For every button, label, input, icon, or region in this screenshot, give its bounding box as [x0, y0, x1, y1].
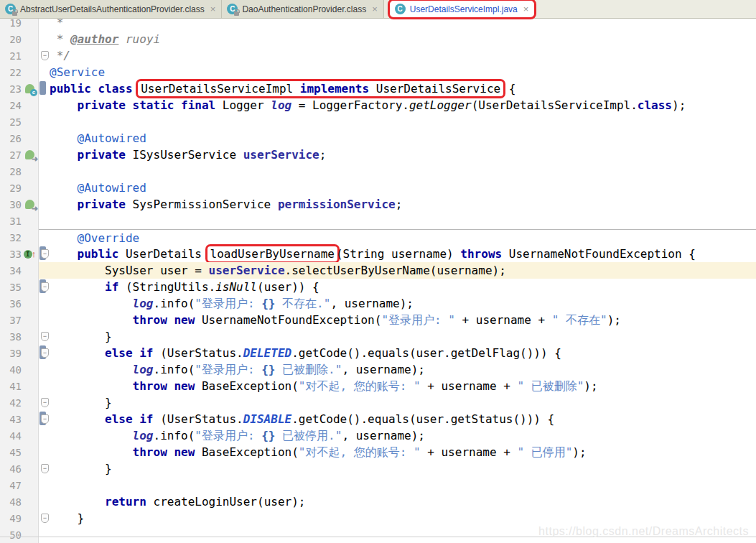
- code-text[interactable]: throw new BaseException("对不起, 您的账号: " + …: [50, 378, 756, 394]
- spring-autowired-icon[interactable]: ➜: [25, 200, 34, 209]
- gutter: 47: [0, 477, 39, 493]
- fold-marker-icon[interactable]: −: [41, 414, 49, 424]
- code-line-32[interactable]: 32 @Override: [0, 229, 756, 246]
- fold-marker-icon[interactable]: −: [41, 464, 49, 473]
- code-line-42[interactable]: 42− }: [0, 394, 756, 411]
- code-text[interactable]: }: [50, 510, 756, 526]
- code-line-44[interactable]: 44 log.info("登录用户: {} 已被停用.", username);: [0, 427, 756, 444]
- code-line-39[interactable]: 39− else if (UserStatus.DELETED.getCode(…: [0, 345, 756, 361]
- code-line-46[interactable]: 46− }: [0, 460, 756, 477]
- code-text[interactable]: @Service: [50, 64, 756, 80]
- code-line-21[interactable]: 21− */: [0, 47, 756, 64]
- tab-userdetailsserviceimpl-java[interactable]: CUserDetailsServiceImpl.java×: [390, 1, 535, 17]
- override-method-icon[interactable]: I↑: [24, 250, 37, 259]
- code-line-49[interactable]: 49− }: [0, 510, 756, 526]
- code-text[interactable]: public class UserDetailsServiceImpl impl…: [50, 80, 756, 97]
- gutter: 38: [0, 328, 39, 345]
- gutter: 24: [0, 97, 39, 113]
- code-line-47[interactable]: 47: [0, 477, 756, 493]
- fold-marker-icon[interactable]: −: [41, 398, 49, 407]
- code-line-36[interactable]: 36 log.info("登录用户: {} 不存在.", username);: [0, 295, 756, 312]
- code-line-25[interactable]: 25: [0, 113, 756, 130]
- code-text[interactable]: private SysPermissionService permissionS…: [50, 196, 756, 213]
- line-number: 44: [0, 430, 22, 442]
- code-text[interactable]: throw new BaseException("对不起, 您的账号: " + …: [50, 444, 756, 460]
- code-text[interactable]: [50, 163, 756, 180]
- spring-autowired-icon[interactable]: ➜: [25, 150, 34, 159]
- line-number: 33: [0, 249, 22, 260]
- fold-marker-icon[interactable]: −: [41, 514, 49, 523]
- code-line-33[interactable]: 33I↑− public UserDetails loadUserByUsern…: [0, 246, 756, 262]
- line-number: 28: [0, 166, 22, 177]
- code-line-48[interactable]: 48 return createLoginUser(user);: [0, 493, 756, 510]
- code-text[interactable]: throw new UsernameNotFoundException("登录用…: [50, 312, 756, 328]
- code-line-23[interactable]: 23cpublic class UserDetailsServiceImpl i…: [0, 80, 756, 97]
- code-text[interactable]: log.info("登录用户: {} 不存在.", username);: [50, 295, 756, 312]
- code-text[interactable]: if (StringUtils.isNull(user)) {: [50, 279, 756, 295]
- code-line-41[interactable]: 41 throw new BaseException("对不起, 您的账号: "…: [0, 378, 756, 394]
- fold-marker-icon[interactable]: −: [41, 249, 49, 259]
- code-text[interactable]: @Autowired: [50, 130, 756, 147]
- gutter: 50: [0, 526, 39, 543]
- code-line-40[interactable]: 40 log.info("登录用户: {} 已被删除.", username);: [0, 361, 756, 378]
- line-number: 19: [0, 19, 22, 29]
- code-text[interactable]: [50, 213, 756, 229]
- code-text[interactable]: @Override: [50, 230, 756, 246]
- code-text[interactable]: private static final Logger log = Logger…: [50, 97, 756, 113]
- tab-close-icon[interactable]: ×: [209, 4, 216, 14]
- gutter: 34: [0, 262, 39, 279]
- gutter: 37: [0, 312, 39, 328]
- line-number: 31: [0, 215, 22, 227]
- code-line-29[interactable]: 29 @Autowired: [0, 180, 756, 196]
- line-number: 42: [0, 397, 22, 409]
- code-line-28[interactable]: 28: [0, 163, 756, 180]
- fold-marker-icon[interactable]: −: [41, 51, 49, 60]
- gutter: 29: [0, 180, 39, 196]
- code-line-30[interactable]: 30➜ private SysPermissionService permiss…: [0, 196, 756, 213]
- tab-abstractuserdetailsauthenticationprovider-class[interactable]: CAbstractUserDetailsAuthenticationProvid…: [0, 0, 222, 18]
- code-editor[interactable]: 19 *20 * @author ruoyi21− */22@Service23…: [0, 19, 756, 543]
- code-text[interactable]: log.info("登录用户: {} 已被删除.", username);: [50, 361, 756, 378]
- code-line-24[interactable]: 24 private static final Logger log = Log…: [0, 97, 756, 113]
- code-text[interactable]: public UserDetails loadUserByUsername(St…: [50, 246, 756, 262]
- tab-close-icon[interactable]: ×: [522, 4, 529, 14]
- spring-bean-icon[interactable]: c: [25, 84, 34, 93]
- code-text[interactable]: * @author ruoyi: [50, 31, 756, 47]
- code-line-35[interactable]: 35− if (StringUtils.isNull(user)) {: [0, 279, 756, 295]
- gutter: 30➜: [0, 196, 39, 213]
- code-text[interactable]: }: [50, 394, 756, 411]
- code-line-45[interactable]: 45 throw new BaseException("对不起, 您的账号: "…: [0, 444, 756, 460]
- gutter: 28: [0, 163, 39, 180]
- line-number: 41: [0, 381, 22, 392]
- code-text[interactable]: else if (UserStatus.DISABLE.getCode().eq…: [50, 411, 756, 427]
- code-text[interactable]: [50, 477, 756, 493]
- code-line-34[interactable]: 34 SysUser user = userService.selectUser…: [0, 262, 756, 279]
- fold-marker-icon[interactable]: −: [41, 282, 49, 292]
- code-text[interactable]: }: [50, 460, 756, 477]
- code-text[interactable]: SysUser user = userService.selectUserByU…: [50, 262, 756, 279]
- fold-marker-icon[interactable]: −: [41, 348, 49, 358]
- code-line-31[interactable]: 31: [0, 213, 756, 229]
- tab-daoauthenticationprovider-class[interactable]: CDaoAuthenticationProvider.class×: [222, 0, 383, 18]
- code-text[interactable]: @Autowired: [50, 180, 756, 196]
- tab-close-icon[interactable]: ×: [370, 4, 378, 14]
- code-line-38[interactable]: 38− }: [0, 328, 756, 345]
- code-line-43[interactable]: 43− else if (UserStatus.DISABLE.getCode(…: [0, 411, 756, 427]
- code-text[interactable]: }: [50, 328, 756, 345]
- code-text[interactable]: private ISysUserService userService;: [50, 147, 756, 163]
- line-number: 38: [0, 331, 22, 343]
- code-line-22[interactable]: 22@Service: [0, 64, 756, 80]
- code-text[interactable]: return createLoginUser(user);: [50, 493, 756, 510]
- code-text[interactable]: log.info("登录用户: {} 已被停用.", username);: [50, 427, 756, 444]
- code-line-26[interactable]: 26 @Autowired: [0, 130, 756, 147]
- line-number: 46: [0, 463, 22, 475]
- code-line-27[interactable]: 27➜ private ISysUserService userService;: [0, 147, 756, 163]
- code-line-37[interactable]: 37 throw new UsernameNotFoundException("…: [0, 312, 756, 328]
- code-text[interactable]: *: [50, 19, 756, 31]
- code-text[interactable]: else if (UserStatus.DELETED.getCode().eq…: [50, 345, 756, 361]
- code-text[interactable]: */: [50, 47, 756, 64]
- code-line-20[interactable]: 20 * @author ruoyi: [0, 31, 756, 47]
- code-line-19[interactable]: 19 *: [0, 19, 756, 31]
- fold-marker-icon[interactable]: −: [41, 332, 49, 341]
- code-text[interactable]: [50, 113, 756, 130]
